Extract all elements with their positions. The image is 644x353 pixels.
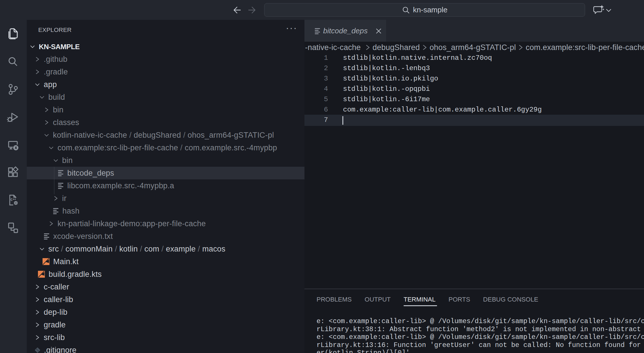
svg-text:C: C bbox=[11, 198, 13, 202]
